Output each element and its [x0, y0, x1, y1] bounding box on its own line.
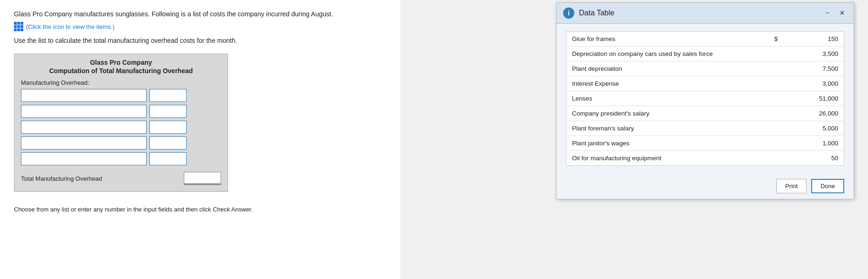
- input-row-5: [21, 152, 221, 165]
- data-table-modal: i Data Table − × Glue for frames$150Depr…: [556, 2, 854, 199]
- item-amount: 50: [780, 151, 844, 166]
- input-rows: [21, 89, 221, 165]
- amt-input-2[interactable]: [149, 105, 187, 118]
- grid-icon[interactable]: [14, 22, 23, 31]
- input-row-1: [21, 89, 221, 102]
- modal-footer: Print Done: [557, 173, 854, 199]
- table-row: Lenses51,000: [566, 91, 844, 106]
- table-row: Interest Expense3,000: [566, 76, 844, 91]
- item-description: Glue for frames: [566, 32, 761, 47]
- section-label: Manufacturing Overhead:: [21, 79, 221, 86]
- left-panel: Glass Pro Company manufactures sunglasse…: [0, 0, 400, 279]
- desc-input-2[interactable]: [21, 105, 147, 118]
- item-description: Company president's salary: [566, 106, 761, 121]
- desc-input-3[interactable]: [21, 121, 147, 134]
- dollar-sign: [760, 76, 780, 91]
- info-icon: i: [563, 7, 574, 19]
- item-amount: 5,000: [780, 121, 844, 136]
- modal-title: Data Table: [579, 9, 614, 17]
- grid-cell-9: [20, 28, 23, 31]
- dollar-sign: [760, 136, 780, 151]
- dollar-sign: $: [760, 32, 780, 47]
- item-amount: 3,500: [780, 47, 844, 61]
- table-row: Plant janitor's wages1,000: [566, 136, 844, 151]
- modal-body: Glue for frames$150Depreciation on compa…: [557, 24, 854, 173]
- modal-header-left: i Data Table: [563, 7, 614, 19]
- item-description: Plant depreciation: [566, 61, 761, 76]
- item-description: Plant janitor's wages: [566, 136, 761, 151]
- amt-input-5[interactable]: [149, 152, 187, 165]
- desc-input-4[interactable]: [21, 136, 147, 150]
- grid-cell-3: [20, 22, 23, 25]
- computation-table: Glass Pro Company Computation of Total M…: [14, 54, 228, 192]
- amt-input-1[interactable]: [149, 89, 187, 102]
- table-row: Depreciation on company cars used by sal…: [566, 47, 844, 61]
- table-row: Company president's salary26,000: [566, 106, 844, 121]
- table-row: Glue for frames$150: [566, 32, 844, 47]
- grid-cell-8: [17, 28, 20, 31]
- table-row: Oil for manufacturing equipment50: [566, 151, 844, 166]
- grid-cell-6: [20, 25, 23, 28]
- table-row: Plant foreman's salary5,000: [566, 121, 844, 136]
- grid-cell-1: [14, 22, 17, 25]
- dollar-sign: [760, 61, 780, 76]
- total-label: Total Manufacturing Overhead: [21, 175, 180, 182]
- grid-cell-2: [17, 22, 20, 25]
- dollar-sign: [760, 151, 780, 166]
- item-description: Oil for manufacturing equipment: [566, 151, 761, 166]
- item-description: Interest Expense: [566, 76, 761, 91]
- amt-input-3[interactable]: [149, 121, 187, 134]
- item-amount: 7,500: [780, 61, 844, 76]
- item-description: Lenses: [566, 91, 761, 106]
- minimize-button[interactable]: −: [822, 8, 832, 18]
- modal-header: i Data Table − ×: [557, 3, 854, 24]
- desc-input-1[interactable]: [21, 89, 147, 102]
- item-description: Plant foreman's salary: [566, 121, 761, 136]
- grid-cell-5: [17, 25, 20, 28]
- grid-cell-7: [14, 28, 17, 31]
- dollar-sign: [760, 121, 780, 136]
- input-row-4: [21, 136, 221, 150]
- input-row-3: [21, 121, 221, 134]
- total-row: Total Manufacturing Overhead: [21, 170, 221, 185]
- desc-input-5[interactable]: [21, 152, 147, 165]
- dollar-sign: [760, 47, 780, 61]
- dollar-sign: [760, 91, 780, 106]
- bottom-text: Choose from any list or enter any number…: [14, 206, 386, 213]
- intro-text: Glass Pro Company manufactures sunglasse…: [14, 9, 386, 19]
- item-description: Depreciation on company cars used by sal…: [566, 47, 761, 61]
- item-amount: 1,000: [780, 136, 844, 151]
- close-button[interactable]: ×: [837, 8, 847, 18]
- print-button[interactable]: Print: [776, 179, 807, 193]
- data-table: Glue for frames$150Depreciation on compa…: [566, 31, 844, 166]
- click-icon-label[interactable]: (Click the icon to view the items.): [26, 23, 114, 30]
- input-row-2: [21, 105, 221, 118]
- use-list-text: Use the list to calculate the total manu…: [14, 37, 386, 44]
- done-button[interactable]: Done: [811, 179, 844, 193]
- item-amount: 3,000: [780, 76, 844, 91]
- dollar-sign: [760, 106, 780, 121]
- click-icon-row[interactable]: (Click the icon to view the items.): [14, 22, 386, 31]
- item-amount: 26,000: [780, 106, 844, 121]
- grid-cell-4: [14, 25, 17, 28]
- table-subtitle: Computation of Total Manufacturing Overh…: [21, 67, 221, 75]
- table-title: Glass Pro Company: [21, 59, 221, 66]
- total-input[interactable]: [184, 172, 221, 185]
- modal-controls: − ×: [822, 8, 847, 18]
- table-row: Plant depreciation7,500: [566, 61, 844, 76]
- amt-input-4[interactable]: [149, 136, 187, 150]
- item-amount: 150: [780, 32, 844, 47]
- item-amount: 51,000: [780, 91, 844, 106]
